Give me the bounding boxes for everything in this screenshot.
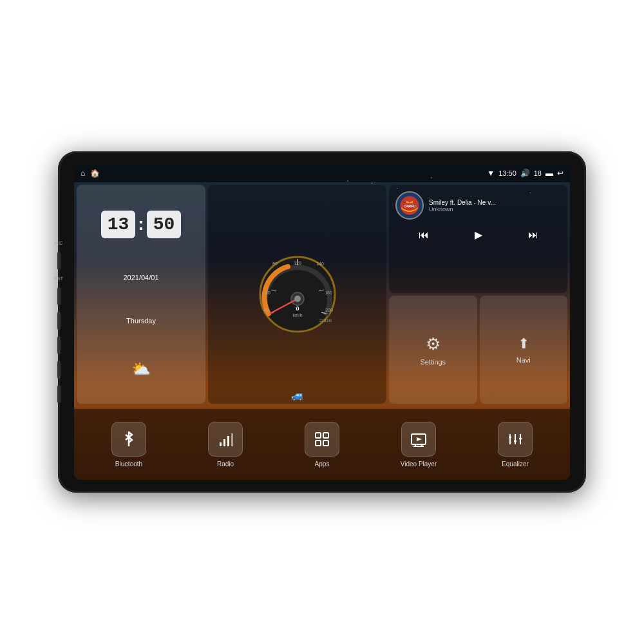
song-artist: Unknown [429, 206, 561, 213]
side-button-1[interactable] [57, 252, 61, 270]
clock-minute: 50 [147, 211, 182, 238]
svg-marker-34 [417, 437, 422, 441]
main-grid: 13 : 50 2021/04/01 Thursday ⛅ [77, 182, 567, 406]
mic-label: MIC [55, 241, 63, 245]
car-head-unit: MIC RST ⌂ 🏠 ▼ 13:50 [58, 151, 586, 493]
apps-icon-wrap [305, 422, 339, 457]
home-soft-icon[interactable]: ⌂ [80, 169, 85, 178]
music-widget[interactable]: CARFU Smiley ft. Delia - Ne v... Unknown… [389, 185, 567, 293]
radio-label: Radio [217, 460, 234, 468]
svg-text:80: 80 [272, 261, 278, 266]
svg-rect-30 [323, 433, 328, 438]
navi-widget[interactable]: ⬆ Navi [480, 296, 568, 404]
volume-icon: 🔊 [520, 169, 530, 178]
volume-level: 18 [534, 169, 542, 177]
equalizer-label: Equalizer [502, 460, 529, 468]
side-button-back[interactable] [57, 336, 61, 354]
apps-label: Apps [315, 460, 330, 468]
svg-text:40: 40 [263, 308, 269, 312]
speedometer-svg: 120 40 80 160 200 140 80 220 240 [256, 252, 339, 336]
video-player-button[interactable]: Video Player [370, 422, 467, 468]
prev-button[interactable]: ⏮ [413, 227, 434, 243]
apps-icon [314, 431, 330, 448]
svg-rect-27 [227, 436, 229, 446]
svg-rect-26 [223, 439, 225, 446]
music-header: CARFU Smiley ft. Delia - Ne v... Unknown [395, 191, 561, 220]
car-icon: 🚙 [291, 389, 304, 401]
navi-label: Navi [516, 356, 531, 364]
bluetooth-label: Bluetooth [115, 460, 142, 468]
date-text: 2021/04/01 [123, 274, 158, 281]
svg-point-18 [294, 296, 301, 302]
svg-text:140: 140 [316, 261, 324, 266]
svg-text:CARFU: CARFU [403, 204, 415, 208]
svg-text:160: 160 [325, 290, 332, 295]
equalizer-button[interactable]: Equalizer [467, 422, 564, 468]
svg-text:240: 240 [326, 319, 332, 323]
side-button-vol-up[interactable] [57, 361, 61, 379]
svg-rect-32 [323, 440, 328, 446]
svg-text:220: 220 [319, 319, 326, 323]
bluetooth-button[interactable]: Bluetooth [80, 422, 177, 468]
side-button-power[interactable] [57, 287, 61, 305]
svg-rect-25 [220, 442, 222, 446]
video-player-icon-wrap [401, 422, 436, 457]
bluetooth-icon [120, 431, 137, 448]
clock-display: 13 : 50 [101, 211, 182, 238]
bottom-bar: Bluetooth Radio [74, 409, 570, 480]
side-button-vol-down[interactable] [57, 385, 61, 403]
settings-label: Settings [420, 358, 446, 366]
road-scene: 🚙 [208, 389, 386, 401]
clock-widget: 13 : 50 2021/04/01 Thursday ⛅ [77, 185, 205, 404]
weather-icon: ⛅ [131, 360, 151, 378]
svg-text:80: 80 [265, 290, 270, 295]
svg-rect-29 [316, 433, 321, 438]
music-controls: ⏮ ▶ ⏭ [395, 223, 561, 246]
clock-colon: : [138, 214, 144, 234]
settings-widget[interactable]: ⚙ Settings [389, 296, 477, 404]
settings-navi-row: ⚙ Settings ⬆ Navi [389, 296, 567, 404]
video-player-icon [410, 431, 427, 448]
svg-rect-31 [316, 440, 321, 446]
day-text: Thursday [126, 317, 156, 325]
navi-icon: ⬆ [518, 336, 529, 352]
clock-hour: 13 [101, 211, 136, 238]
svg-text:200: 200 [325, 308, 333, 312]
song-title: Smiley ft. Delia - Ne v... [429, 199, 561, 206]
svg-text:km/h: km/h [292, 313, 302, 317]
settings-icon: ⚙ [426, 334, 440, 354]
rst-label: RST [54, 276, 63, 281]
equalizer-icon-wrap [498, 422, 533, 457]
screen: ⌂ 🏠 ▼ 13:50 🔊 18 ▬ ↩ 13 : 50 2021/ [74, 164, 570, 480]
music-info: Smiley ft. Delia - Ne v... Unknown [429, 199, 561, 213]
svg-rect-28 [231, 433, 233, 446]
equalizer-icon [507, 431, 524, 448]
svg-text:0: 0 [296, 305, 299, 312]
back-icon[interactable]: ↩ [557, 169, 564, 178]
status-right: ▼ 13:50 🔊 18 ▬ ↩ [487, 169, 564, 178]
next-button[interactable]: ⏭ [523, 227, 544, 243]
album-art: CARFU [395, 191, 424, 220]
bluetooth-icon-wrap [111, 422, 146, 457]
svg-text:120: 120 [294, 261, 301, 265]
radio-icon [217, 431, 234, 448]
album-art-svg: CARFU [397, 191, 422, 220]
side-button-home[interactable] [57, 312, 61, 330]
side-buttons: MIC RST [54, 241, 63, 403]
radio-icon-wrap [208, 422, 243, 457]
wifi-icon: ▼ [487, 169, 495, 178]
status-time: 13:50 [498, 169, 516, 177]
radio-button[interactable]: Radio [177, 422, 274, 468]
apps-button[interactable]: Apps [274, 422, 370, 468]
video-player-label: Video Player [401, 460, 437, 468]
battery-icon: ▬ [545, 169, 553, 178]
home-icon[interactable]: 🏠 [90, 169, 100, 178]
status-left: ⌂ 🏠 [80, 169, 100, 178]
right-column: CARFU Smiley ft. Delia - Ne v... Unknown… [389, 185, 567, 404]
status-bar: ⌂ 🏠 ▼ 13:50 🔊 18 ▬ ↩ [74, 164, 570, 182]
play-button[interactable]: ▶ [469, 226, 488, 243]
speedometer-widget: 120 40 80 160 200 140 80 220 240 [208, 185, 386, 404]
